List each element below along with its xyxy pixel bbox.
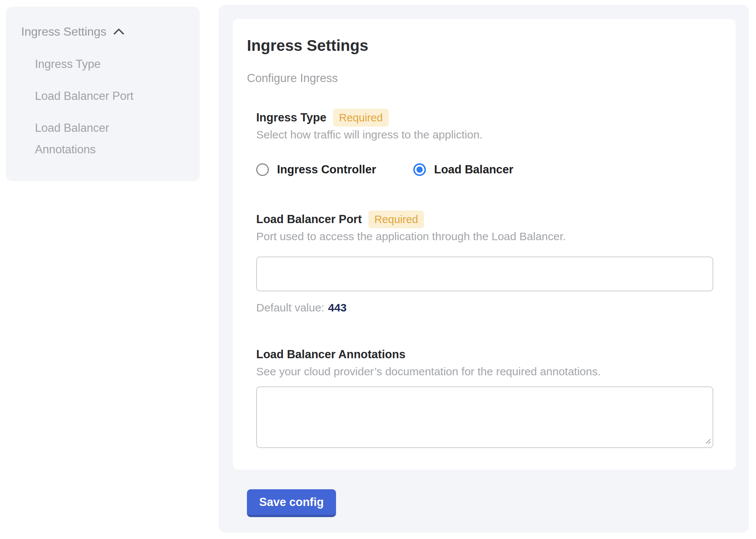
section-ingress-type: Ingress Type Required Select how traffic… [256,109,713,176]
load-balancer-annotations-textarea[interactable] [256,386,713,448]
field-label-load-balancer-annotations: Load Balancer Annotations [256,348,405,361]
required-badge: Required [368,210,424,228]
sidebar-section-toggle[interactable]: Ingress Settings [21,24,185,39]
default-value: 443 [328,301,346,314]
default-value-label: Default value: [256,301,324,314]
radio-button[interactable] [413,163,426,176]
default-value-row: Default value:443 [256,301,713,314]
resize-handle-icon[interactable] [704,437,711,446]
sidebar-item-load-balancer-annotations[interactable]: Load Balancer Annotations [35,117,161,160]
page-subtitle: Configure Ingress [247,72,713,85]
radio-option-ingress-controller[interactable]: Ingress Controller [256,163,376,176]
field-description: Port used to access the application thro… [256,230,713,243]
ingress-type-radio-group: Ingress Controller Load Balancer [256,163,713,176]
required-badge: Required [333,109,389,127]
sidebar-section-label: Ingress Settings [21,24,106,39]
save-config-button[interactable]: Save config [247,489,336,517]
page-title: Ingress Settings [247,37,713,54]
sidebar-item-load-balancer-port[interactable]: Load Balancer Port [35,85,161,107]
field-label-load-balancer-port: Load Balancer Port [256,213,362,226]
sidebar-item-ingress-type[interactable]: Ingress Type [35,53,161,75]
chevron-up-icon [114,28,124,35]
radio-label: Load Balancer [434,163,514,176]
field-description: Select how traffic will ingress to the a… [256,128,713,141]
settings-nav-sidebar: Ingress Settings Ingress Type Load Balan… [6,7,200,181]
section-load-balancer-annotations: Load Balancer Annotations See your cloud… [256,346,713,448]
radio-option-load-balancer[interactable]: Load Balancer [413,163,514,176]
field-description: See your cloud provider’s documentation … [256,365,713,378]
load-balancer-port-input[interactable] [256,257,713,291]
radio-button[interactable] [256,163,269,176]
field-label-ingress-type: Ingress Type [256,111,326,124]
radio-label: Ingress Controller [277,163,376,176]
main-panel: Ingress Settings Configure Ingress Ingre… [219,5,749,533]
section-load-balancer-port: Load Balancer Port Required Port used to… [256,210,713,314]
sidebar-item-list: Ingress Type Load Balancer Port Load Bal… [21,53,185,160]
ingress-settings-card: Ingress Settings Configure Ingress Ingre… [233,19,736,470]
